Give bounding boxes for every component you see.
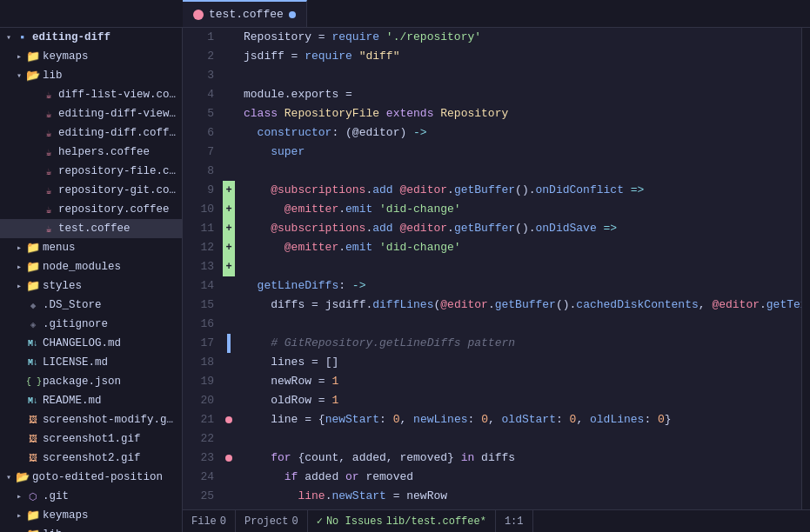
diff-gutter: +++++ <box>221 28 237 509</box>
sidebar-item-screenshot2[interactable]: ▸ 🖼 screenshot2.gif <box>0 449 182 468</box>
sidebar-label: goto-edited-position <box>32 471 178 483</box>
coffee-icon: ☕ <box>42 147 56 158</box>
sidebar-label: lib <box>43 70 178 82</box>
sidebar-item-ds-store[interactable]: ▸ ◆ .DS_Store <box>0 296 182 315</box>
sidebar-label: menus <box>43 242 178 254</box>
gif-icon: 🖼 <box>26 415 40 425</box>
sidebar-label: screenshot-modify.gif <box>43 414 178 426</box>
coffee-icon: ☕ <box>42 166 56 177</box>
tab-test-coffee[interactable]: test.coffee <box>183 0 307 27</box>
sidebar-item-keymaps2[interactable]: ▸ 📁 keymaps <box>0 506 182 525</box>
tab-bar: test.coffee <box>0 0 810 28</box>
sidebar-label: helpers.coffee <box>58 146 178 158</box>
project-status[interactable]: Project 0 <box>236 510 308 532</box>
sidebar-label: README.md <box>43 395 178 407</box>
sidebar-item-styles[interactable]: ▸ 📁 styles <box>0 276 182 296</box>
code-line <box>244 429 801 449</box>
sidebar-item-gitignore[interactable]: ▸ ◈ .gitignore <box>0 315 182 334</box>
code-line: for {count, added, removed} in diffs <box>244 449 801 468</box>
sidebar-item-node-modules[interactable]: ▸ 📁 node_modules <box>0 257 182 276</box>
sidebar-root[interactable]: ▾ ▪ editing-diff <box>0 28 182 47</box>
sidebar-item-license[interactable]: ▸ M↓ LICENSE.md <box>0 353 182 372</box>
coffee-icon: ☕ <box>42 90 56 101</box>
sidebar-label: styles <box>43 280 178 292</box>
arrow-icon: ▸ <box>12 243 26 253</box>
cursor-position: 1:1 <box>505 515 524 528</box>
project-count: 0 <box>291 515 298 528</box>
code-line: # GitRepository.getLineDiffs pattern <box>244 334 801 353</box>
issues-status[interactable]: ✓ No Issues lib/test.coffee* <box>308 510 496 532</box>
sidebar-item-changelog[interactable]: ▸ M↓ CHANGELOG.md <box>0 334 182 353</box>
arrow-icon: ▸ <box>12 510 26 521</box>
sidebar-item-editing-diff-view[interactable]: ▸ ☕ editing-diff-view.coff… <box>0 104 182 123</box>
sidebar-label: screenshot1.gif <box>43 433 178 445</box>
folder-icon: 📁 <box>26 50 40 63</box>
sidebar-item-editing-diff[interactable]: ▸ ☕ editing-diff.coffee <box>0 123 182 143</box>
sidebar-item-repository[interactable]: ▸ ☕ repository.coffee <box>0 200 182 219</box>
code-line: line = {newStart: 0, newLines: 0, oldSta… <box>244 410 801 429</box>
sidebar-item-git[interactable]: ▸ ⬡ .git <box>0 487 182 506</box>
position-status[interactable]: 1:1 <box>496 510 533 532</box>
coffee-file-icon <box>193 10 204 20</box>
coffee-icon: ☕ <box>42 185 56 196</box>
sidebar-label: keymaps <box>43 50 178 63</box>
gif-icon: 🖼 <box>26 434 40 444</box>
sidebar-item-package-json[interactable]: ▸ { } package.json <box>0 372 182 391</box>
code-line: jsdiff = require "diff" <box>244 47 801 66</box>
sidebar-label: .gitignore <box>43 318 178 330</box>
sidebar-root-label: editing-diff <box>32 31 178 43</box>
git-icon: ⬡ <box>26 491 40 502</box>
sidebar-item-diff-list-view[interactable]: ▸ ☕ diff-list-view.coffee <box>0 85 182 104</box>
code-line: newRow = 1 <box>244 372 801 391</box>
arrow-icon: ▸ <box>12 281 26 291</box>
sidebar-label: LICENSE.md <box>43 356 178 369</box>
code-line: getLineDiffs: -> <box>244 276 801 296</box>
code-line: Repository = require './repository' <box>244 28 801 47</box>
sidebar: ▾ ▪ editing-diff ▸ 📁 keymaps ▾ 📂 lib ▸ ☕… <box>0 28 183 532</box>
code-editor[interactable]: Repository = require './repository'jsdif… <box>237 28 801 509</box>
file-count: 0 <box>220 515 226 528</box>
code-line: constructor: (@editor) -> <box>244 123 801 143</box>
arrow-icon: ▾ <box>2 32 16 43</box>
folder-icon: ▪ <box>16 31 30 44</box>
code-line <box>244 315 801 334</box>
folder-icon: 📁 <box>26 509 40 522</box>
md-icon: M↓ <box>26 339 40 349</box>
code-line: line.newStart = newRow <box>244 487 801 506</box>
sidebar-item-lib2[interactable]: ▸ 📁 lib <box>0 525 182 532</box>
sidebar-item-lib[interactable]: ▾ 📂 lib <box>0 66 182 85</box>
arrow-icon: ▸ <box>12 491 26 502</box>
sidebar-item-menus[interactable]: ▸ 📁 menus <box>0 238 182 257</box>
sidebar-item-keymaps[interactable]: ▸ 📁 keymaps <box>0 47 182 66</box>
sidebar-item-test-coffee[interactable]: ▸ ☕ test.coffee <box>0 219 182 238</box>
line-numbers: 1234567891011121314151617181920212223242… <box>183 28 221 509</box>
sidebar-label: node_modules <box>43 261 178 273</box>
sidebar-label: lib <box>43 529 178 532</box>
sidebar-item-readme[interactable]: ▸ M↓ README.md <box>0 391 182 410</box>
sidebar-item-repository-file[interactable]: ▸ ☕ repository-file.coffee <box>0 162 182 181</box>
sidebar-item-repository-git[interactable]: ▸ ☕ repository-git.coffee <box>0 181 182 200</box>
file-status[interactable]: File 0 <box>183 510 236 532</box>
status-bar: File 0 Project 0 ✓ No Issues lib/test.co… <box>183 509 810 532</box>
sidebar-label: test.coffee <box>58 223 178 235</box>
sidebar-item-screenshot1[interactable]: ▸ 🖼 screenshot1.gif <box>0 429 182 449</box>
arrow-icon: ▾ <box>12 70 26 81</box>
gitignore-icon: ◈ <box>26 319 40 330</box>
folder-icon: 📁 <box>26 528 40 532</box>
sidebar-item-goto-edited[interactable]: ▾ 📂 goto-edited-position <box>0 468 182 487</box>
sidebar-label: screenshot2.gif <box>43 452 178 464</box>
coffee-icon: ☕ <box>42 128 56 139</box>
arrow-icon: ▸ <box>12 262 26 272</box>
project-label: Project <box>244 515 288 528</box>
folder-icon: 📁 <box>26 279 40 293</box>
sidebar-label: repository-git.coffee <box>58 184 178 196</box>
coffee-icon: ☕ <box>42 204 56 216</box>
tab-label: test.coffee <box>209 8 284 21</box>
folder-icon: 📁 <box>26 260 40 274</box>
sidebar-item-helpers[interactable]: ▸ ☕ helpers.coffee <box>0 143 182 162</box>
code-line: lines = [] <box>244 353 801 372</box>
folder-icon: 📁 <box>26 241 40 255</box>
sidebar-item-screenshot-modify[interactable]: ▸ 🖼 screenshot-modify.gif <box>0 410 182 429</box>
code-line <box>244 66 801 85</box>
check-icon: ✓ <box>317 515 323 528</box>
